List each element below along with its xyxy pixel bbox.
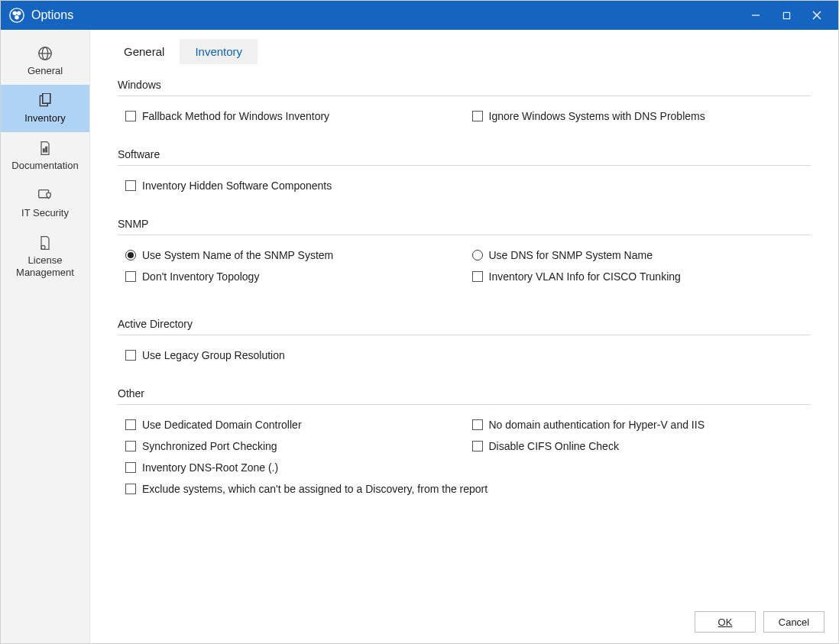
option-synchronized-port-checking[interactable]: Synchronized Port Checking <box>118 435 465 457</box>
tab-general[interactable]: General <box>109 39 180 64</box>
minimize-button[interactable] <box>740 1 771 30</box>
option-exclude-unassigned-systems[interactable]: Exclude systems, which can't be assigned… <box>118 478 811 500</box>
sidebar-item-inventory[interactable]: Inventory <box>1 85 89 132</box>
checkbox-icon <box>472 441 483 451</box>
option-inventory-dns-root-zone[interactable]: Inventory DNS-Root Zone (.) <box>118 457 465 478</box>
option-hidden-software[interactable]: Inventory Hidden Software Components <box>118 175 465 196</box>
svg-rect-12 <box>43 93 50 103</box>
sidebar-item-label: IT Security <box>21 207 69 219</box>
checkbox-icon <box>125 271 136 282</box>
option-no-domain-auth-hyperv-iis[interactable]: No domain authentication for Hyper-V and… <box>465 414 811 435</box>
svg-point-17 <box>41 245 45 249</box>
section-other: Other Use Dedicated Domain Controller No… <box>118 387 811 500</box>
checkbox-icon <box>125 111 136 121</box>
section-software: Software Inventory Hidden Software Compo… <box>118 148 811 196</box>
sidebar-item-label: Documentation <box>11 160 78 172</box>
option-label: Don't Inventory Topology <box>142 270 259 283</box>
sidebar: General Inventory Documentation <box>1 30 90 643</box>
main-panel: General Inventory Windows Fallback Metho… <box>90 30 838 643</box>
option-label: Synchronized Port Checking <box>142 440 277 452</box>
option-label: Use System Name of the SNMP System <box>142 249 333 261</box>
section-title: Windows <box>118 79 811 96</box>
checkbox-icon <box>125 484 136 494</box>
option-label: Inventory VLAN Info for CISCO Trunking <box>489 270 681 283</box>
dialog-footer: OK Cancel <box>695 611 824 633</box>
checkbox-icon <box>472 271 483 282</box>
option-label: Inventory DNS-Root Zone (.) <box>142 461 278 474</box>
maximize-button[interactable] <box>771 1 802 30</box>
option-dont-inventory-topology[interactable]: Don't Inventory Topology <box>118 266 465 287</box>
cancel-button[interactable]: Cancel <box>763 611 824 633</box>
globe-icon <box>37 45 53 62</box>
option-dedicated-domain-controller[interactable]: Use Dedicated Domain Controller <box>118 414 465 435</box>
radio-icon <box>125 250 136 261</box>
svg-point-3 <box>15 15 19 20</box>
option-snmp-system-name[interactable]: Use System Name of the SNMP System <box>118 244 465 266</box>
section-windows: Windows Fallback Method for Windows Inve… <box>118 79 811 127</box>
option-label: Use Legacy Group Resolution <box>142 349 285 361</box>
checkbox-icon <box>472 111 483 121</box>
option-ignore-dns-problems[interactable]: Ignore Windows Systems with DNS Problems <box>465 105 811 127</box>
checkbox-icon <box>125 462 136 473</box>
sidebar-item-it-security[interactable]: IT Security <box>1 180 89 227</box>
option-label: Use DNS for SNMP System Name <box>489 249 653 261</box>
option-label: Use Dedicated Domain Controller <box>142 419 302 431</box>
section-title: Software <box>118 148 811 166</box>
section-title: Other <box>118 387 811 405</box>
option-snmp-use-dns[interactable]: Use DNS for SNMP System Name <box>465 244 811 266</box>
close-button[interactable] <box>802 1 832 30</box>
section-snmp: SNMP Use System Name of the SNMP System … <box>118 218 811 287</box>
svg-point-1 <box>13 11 18 16</box>
option-label: Fallback Method for Windows Inventory <box>142 110 329 122</box>
sidebar-item-label: General <box>28 65 63 77</box>
section-title: SNMP <box>118 218 811 235</box>
option-label: Exclude systems, which can't be assigned… <box>142 483 488 495</box>
svg-point-2 <box>17 11 21 16</box>
sidebar-item-label: Inventory <box>24 112 65 125</box>
tab-bar: General Inventory <box>90 30 838 65</box>
option-label: No domain authentication for Hyper-V and… <box>489 419 705 431</box>
option-label: Disable CIFS Online Check <box>489 440 619 452</box>
option-disable-cifs-online-check[interactable]: Disable CIFS Online Check <box>465 435 811 457</box>
sidebar-item-license-management[interactable]: License Management <box>1 227 89 286</box>
section-active-directory: Active Directory Use Legacy Group Resolu… <box>118 318 811 366</box>
section-title: Active Directory <box>118 318 811 335</box>
window-title: Options <box>31 8 73 22</box>
option-legacy-group-resolution[interactable]: Use Legacy Group Resolution <box>118 345 465 366</box>
inventory-icon <box>37 92 53 109</box>
option-vlan-cisco-trunking[interactable]: Inventory VLAN Info for CISCO Trunking <box>465 266 811 287</box>
option-fallback-windows[interactable]: Fallback Method for Windows Inventory <box>118 105 465 127</box>
checkbox-icon <box>472 419 483 430</box>
content-area: Windows Fallback Method for Windows Inve… <box>90 65 838 643</box>
tab-inventory[interactable]: Inventory <box>180 39 258 64</box>
svg-rect-15 <box>46 147 47 153</box>
document-icon <box>37 140 53 157</box>
svg-rect-5 <box>783 12 789 18</box>
option-label: Inventory Hidden Software Components <box>142 180 332 192</box>
radio-icon <box>472 250 483 261</box>
sidebar-item-label: License Management <box>4 254 86 278</box>
checkbox-icon <box>125 350 136 361</box>
app-icon <box>8 7 25 24</box>
checkbox-icon <box>125 441 136 451</box>
titlebar: Options <box>1 1 838 30</box>
shield-icon <box>37 187 53 204</box>
ok-button[interactable]: OK <box>695 611 756 633</box>
checkbox-icon <box>125 419 136 430</box>
svg-rect-14 <box>44 149 45 152</box>
sidebar-item-general[interactable]: General <box>1 37 89 85</box>
checkbox-icon <box>125 180 136 191</box>
option-label: Ignore Windows Systems with DNS Problems <box>489 110 705 122</box>
license-icon <box>37 235 53 251</box>
sidebar-item-documentation[interactable]: Documentation <box>1 132 89 180</box>
